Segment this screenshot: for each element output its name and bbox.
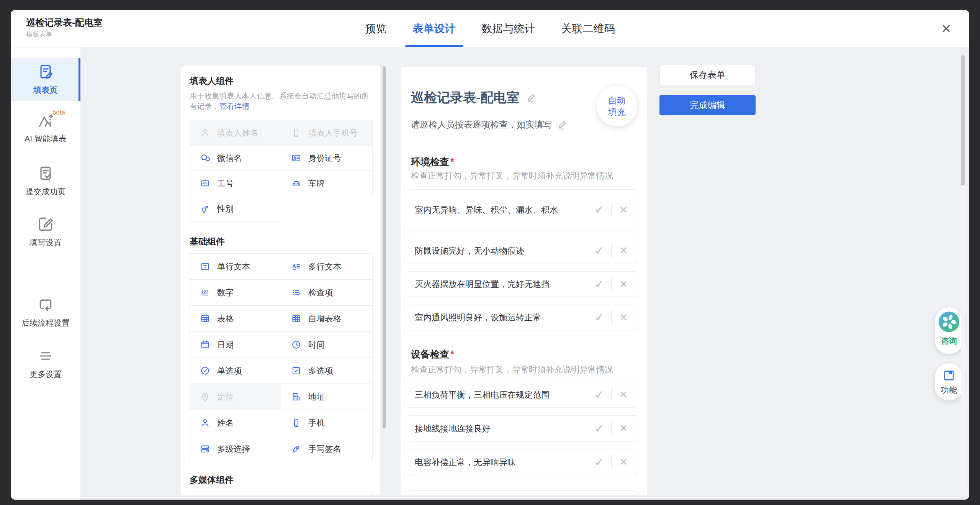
checklist-item[interactable]: 室内通风照明良好，设施运转正常✓✕ <box>407 305 638 330</box>
sidebar-item-3[interactable]: 填写设置 <box>11 215 80 249</box>
form-title[interactable]: 巡检记录表-配电室 <box>411 90 519 105</box>
component-性别[interactable]: 性别 <box>190 196 281 221</box>
component-多行文本[interactable]: 多行文本 <box>281 253 373 280</box>
check-icon[interactable]: ✓ <box>587 244 611 258</box>
component-工号[interactable]: NO.工号 <box>190 171 281 196</box>
component-单选项[interactable]: 单选项 <box>190 357 281 384</box>
component-表格[interactable]: 表格 <box>190 305 281 332</box>
flow-settings-icon <box>37 296 54 313</box>
workspace: 填表人组件用于收集填表人本人信息。系统会自动汇总他填写的所有记录，查看详情填表人… <box>80 48 969 500</box>
checklist-item[interactable]: 防鼠设施完好，无小动物痕迹✓✕ <box>407 238 638 263</box>
tab-0[interactable]: 预览 <box>365 10 387 47</box>
component-blank[interactable] <box>190 492 281 495</box>
cross-icon[interactable]: ✕ <box>612 244 638 257</box>
check-icon[interactable]: ✓ <box>587 203 611 217</box>
component-label: 单选项 <box>217 365 242 376</box>
main-scrollbar-thumb[interactable] <box>961 55 965 185</box>
components-panel: 填表人组件用于收集填表人本人信息。系统会自动汇总他填写的所有记录，查看详情填表人… <box>181 66 380 495</box>
sidebar-item-0[interactable]: 填表页 <box>11 58 80 101</box>
check-icon[interactable]: ✓ <box>587 277 611 291</box>
more-settings-icon <box>37 348 54 364</box>
component-label: 时间 <box>308 339 325 350</box>
field-section-title[interactable]: 设备检查* <box>411 348 454 361</box>
component-单行文本[interactable]: 单行文本 <box>190 253 281 280</box>
field-section-title[interactable]: 环境检查* <box>411 156 454 168</box>
cross-icon[interactable]: ✕ <box>612 389 638 401</box>
component-身份证号[interactable]: 身份证号 <box>281 145 373 171</box>
checklist-item[interactable]: 室内无异响、异味、积尘、漏水、积水✓✕ <box>407 189 638 230</box>
header: 巡检记录表-配电室 模板表单 预览表单设计数据与统计关联二维码 ✕ <box>11 10 969 48</box>
component-blank[interactable] <box>281 492 373 495</box>
check-icon[interactable]: ✓ <box>587 455 611 469</box>
component-地址[interactable]: 地址 <box>281 384 373 410</box>
floating-features-button[interactable]: 功能 <box>935 363 963 400</box>
component-日期[interactable]: 日期 <box>190 331 281 358</box>
checklist-item-text: 电容补偿正常，无异响异味 <box>407 456 587 469</box>
main-scrollbar-track[interactable] <box>961 54 965 493</box>
cross-icon[interactable]: ✕ <box>612 422 638 434</box>
checklist-item-text: 接地线接地连接良好 <box>407 422 587 435</box>
sidebar-item-2[interactable]: 提交成功页 <box>11 162 80 199</box>
checklist-item[interactable] <box>407 490 638 495</box>
component-填表人手机号: 填表人手机号 <box>281 120 373 146</box>
component-微信名[interactable]: 微信名 <box>190 145 281 171</box>
component-手机[interactable]: 手机 <box>281 410 373 436</box>
header-tabs: 预览表单设计数据与统计关联二维码 <box>365 10 615 47</box>
car-icon <box>291 178 301 189</box>
cross-icon[interactable]: ✕ <box>612 312 638 324</box>
floating-consult-button[interactable]: 咨询 <box>935 307 963 354</box>
edit-subtitle-icon[interactable] <box>557 119 568 130</box>
panel-section-title: 多媒体组件 <box>190 474 234 486</box>
wechat-icon <box>200 153 210 163</box>
field-section-desc: 检查正常打勾，异常打叉，异常时须补充说明异常情况 <box>411 364 613 375</box>
panel-section-title: 填表人组件 <box>190 75 234 87</box>
components-panel-scrollbar[interactable] <box>383 66 386 428</box>
tab-3[interactable]: 关联二维码 <box>561 10 615 47</box>
component-label: 多级选择 <box>217 443 250 454</box>
checklist-item[interactable]: 电容补偿正常，无异响异味✓✕ <box>407 449 638 475</box>
edit-title-icon[interactable] <box>526 92 537 103</box>
check-icon[interactable]: ✓ <box>587 310 611 325</box>
form-subtitle[interactable]: 请巡检人员按表逐项检查，如实填写 <box>411 119 552 130</box>
checklist-item[interactable]: 接地线接地连接良好✓✕ <box>407 415 638 441</box>
sidebar-item-5[interactable]: 更多设置 <box>11 346 80 381</box>
component-label: 检查项 <box>308 287 333 298</box>
component-检查项[interactable]: 检查项 <box>281 279 373 306</box>
person-icon <box>200 418 210 428</box>
checklist-item[interactable]: 三相负荷平衡，三相电压在规定范围✓✕ <box>407 382 638 408</box>
component-多选项[interactable]: 多选项 <box>281 357 373 384</box>
gender-icon <box>200 203 210 214</box>
component-label: 表格 <box>217 313 234 324</box>
component-label: 身份证号 <box>308 152 341 164</box>
cross-icon[interactable]: ✕ <box>612 456 638 468</box>
number-icon: 123 <box>200 287 210 298</box>
finish-edit-button[interactable]: 完成编辑 <box>659 95 756 115</box>
component-label: 地址 <box>308 391 325 402</box>
component-姓名[interactable]: 姓名 <box>190 410 281 436</box>
window-subtitle: 模板表单 <box>26 30 103 39</box>
check-icon[interactable]: ✓ <box>587 388 611 402</box>
tab-1[interactable]: 表单设计 <box>413 10 456 47</box>
table-plus-icon <box>291 313 301 324</box>
component-手写签名[interactable]: 手写签名 <box>281 436 373 462</box>
field-section-desc: 检查正常打勾，异常打叉，异常时须补充说明异常情况 <box>411 170 613 182</box>
save-form-button[interactable]: 保存表单 <box>659 65 756 85</box>
tab-2[interactable]: 数据与统计 <box>482 10 535 47</box>
view-details-link[interactable]: 查看详情 <box>219 102 249 110</box>
autofill-button[interactable]: 自动填充 <box>597 86 637 126</box>
cascade-icon <box>200 444 210 454</box>
component-数字[interactable]: 123数字 <box>190 279 281 306</box>
component-时间[interactable]: 时间 <box>281 331 373 358</box>
sidebar-item-1[interactable]: betaAI 智能填表 <box>11 108 80 148</box>
sidebar-item-4[interactable]: 后续流程设置 <box>11 295 80 330</box>
component-label: 工号 <box>217 178 234 189</box>
close-icon[interactable]: ✕ <box>937 20 955 38</box>
cross-icon[interactable]: ✕ <box>612 204 638 216</box>
component-自增表格[interactable]: 自增表格 <box>281 305 373 332</box>
check-icon[interactable]: ✓ <box>587 421 611 436</box>
component-车牌[interactable]: 车牌 <box>281 171 373 196</box>
checklist-item[interactable]: 灭火器摆放在明显位置，完好无遮挡✓✕ <box>407 271 638 297</box>
cross-icon[interactable]: ✕ <box>612 278 638 290</box>
sidebar-item-label: 填表页 <box>34 85 58 95</box>
component-多级选择[interactable]: 多级选择 <box>190 436 281 462</box>
